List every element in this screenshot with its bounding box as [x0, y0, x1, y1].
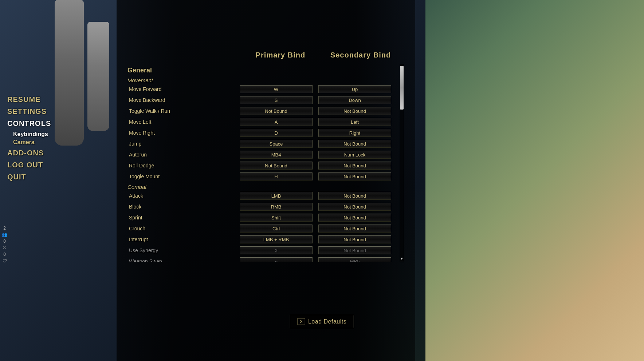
secondary-bind-header: Secondary Bind	[321, 51, 401, 59]
bind-name-move-forward: Move Forward	[127, 86, 240, 92]
bind-key-interrupt-secondary[interactable]: Not Bound	[318, 235, 391, 243]
bind-name-crouch: Crouch	[127, 226, 240, 231]
bind-key-autorun-secondary[interactable]: Num Lock	[318, 151, 391, 159]
bind-header: Primary Bind Secondary Bind	[127, 51, 404, 59]
keybindings-panel: Primary Bind Secondary Bind General Move…	[127, 51, 404, 262]
stone-pillar-left2	[87, 22, 109, 131]
bind-name-roll-dodge: Roll Dodge	[127, 163, 240, 168]
bind-name-use-synergy: Use Synergy	[127, 247, 240, 253]
bind-key-weapon-swap-secondary[interactable]: MB5	[318, 257, 391, 262]
subsection-movement: Movement	[127, 76, 397, 84]
bind-key-roll-dodge-primary[interactable]: Not Bound	[240, 162, 313, 170]
bind-name-attack: Attack	[127, 193, 240, 199]
bind-name-move-backward: Move Backward	[127, 97, 240, 103]
subsection-combat: Combat	[127, 182, 397, 191]
bind-key-jump-primary[interactable]: Space	[240, 140, 313, 148]
menu-item-settings[interactable]: SETTINGS	[7, 107, 51, 116]
table-row: Jump Space Not Bound	[127, 139, 397, 149]
table-row: Move Forward W Up	[127, 84, 397, 94]
stone-pillar-left	[55, 0, 84, 146]
menu-sub-camera[interactable]: Camera	[13, 139, 51, 146]
bind-key-sprint-primary[interactable]: Shift	[240, 214, 313, 222]
bind-key-move-right-primary[interactable]: D	[240, 129, 313, 137]
hud-value1: 0	[3, 239, 6, 244]
bind-name-jump: Jump	[127, 141, 240, 147]
menu-item-quit[interactable]: QUIT	[7, 172, 51, 182]
bind-key-toggle-mount-primary[interactable]: H	[240, 172, 313, 180]
menu-sub-keybindings[interactable]: Keybindings	[13, 131, 51, 138]
bind-key-crouch-primary[interactable]: Ctrl	[240, 225, 313, 233]
hud-value2: 0	[3, 252, 6, 257]
bind-key-move-left-secondary[interactable]: Left	[318, 118, 391, 126]
bind-key-roll-dodge-secondary[interactable]: Not Bound	[318, 162, 391, 170]
table-row: Toggle Walk / Run Not Bound Not Bound	[127, 106, 397, 116]
left-nav-menu: RESUME SETTINGS CONTROLS Keybindings Cam…	[7, 95, 51, 182]
primary-bind-header: Primary Bind	[240, 51, 321, 59]
load-defaults-key-icon: X	[298, 318, 305, 325]
bind-key-move-backward-secondary[interactable]: Down	[318, 96, 391, 104]
table-row: Block RMB Not Bound	[127, 202, 397, 212]
bind-key-move-forward-primary[interactable]: W	[240, 85, 313, 93]
table-row: Move Left A Left	[127, 117, 397, 127]
bind-name-move-right: Move Right	[127, 130, 240, 136]
table-row: Crouch Ctrl Not Bound	[127, 223, 397, 234]
table-row: Interrupt LMB + RMB Not Bound	[127, 234, 397, 245]
load-defaults-container: X Load Defaults	[290, 315, 354, 328]
bind-key-jump-secondary[interactable]: Not Bound	[318, 140, 391, 148]
bind-content: General Movement Move Forward W Up Move …	[127, 64, 404, 262]
table-row: Use Synergy X Not Bound	[127, 245, 397, 255]
bind-list[interactable]: General Movement Move Forward W Up Move …	[127, 64, 404, 262]
group-size: 2	[3, 226, 6, 231]
menu-sub: Keybindings Camera	[7, 131, 51, 146]
bind-key-move-backward-primary[interactable]: S	[240, 96, 313, 104]
bind-name-autorun: Autorun	[127, 152, 240, 158]
table-row: Move Backward S Down	[127, 95, 397, 105]
bind-key-weapon-swap-primary[interactable]: ~	[240, 257, 313, 262]
bind-key-use-synergy-secondary[interactable]: Not Bound	[318, 246, 391, 254]
scrollbar-track[interactable]: ▼	[400, 64, 404, 262]
table-row: Move Right D Right	[127, 128, 397, 138]
bind-name-sprint: Sprint	[127, 215, 240, 221]
bind-key-sprint-secondary[interactable]: Not Bound	[318, 214, 391, 222]
scrollbar-thumb[interactable]	[400, 66, 404, 110]
bind-name-move-left: Move Left	[127, 119, 240, 125]
bind-key-toggle-walk-run-primary[interactable]: Not Bound	[240, 107, 313, 115]
bg-right	[425, 0, 644, 361]
table-row: Weapon Swap ~ MB5	[127, 256, 397, 262]
bind-key-toggle-walk-run-secondary[interactable]: Not Bound	[318, 107, 391, 115]
left-hud: 2 👥 0 ⚔ 0 🛡	[2, 226, 7, 263]
bind-key-move-forward-secondary[interactable]: Up	[318, 85, 391, 93]
menu-item-log-out[interactable]: LOG OUT	[7, 160, 51, 170]
bind-name-block: Block	[127, 204, 240, 210]
bind-key-interrupt-primary[interactable]: LMB + RMB	[240, 235, 313, 243]
bind-key-move-left-primary[interactable]: A	[240, 118, 313, 126]
bind-name-toggle-walk-run: Toggle Walk / Run	[127, 108, 240, 114]
table-row: Roll Dodge Not Bound Not Bound	[127, 160, 397, 171]
bind-key-crouch-secondary[interactable]: Not Bound	[318, 225, 391, 233]
bind-key-autorun-primary[interactable]: MB4	[240, 151, 313, 159]
menu-item-controls[interactable]: CONTROLS	[7, 119, 51, 128]
load-defaults-label: Load Defaults	[308, 318, 346, 325]
bind-key-attack-secondary[interactable]: Not Bound	[318, 192, 391, 200]
bind-name-weapon-swap: Weapon Swap	[127, 258, 240, 262]
table-row: Autorun MB4 Num Lock	[127, 150, 397, 160]
hud-icon1: ⚔	[3, 245, 7, 250]
bind-key-toggle-mount-secondary[interactable]: Not Bound	[318, 172, 391, 180]
table-row: Attack LMB Not Bound	[127, 191, 397, 201]
players-icon: 👥	[2, 232, 7, 237]
load-defaults-button[interactable]: X Load Defaults	[290, 315, 354, 328]
bind-name-interrupt: Interrupt	[127, 237, 240, 242]
menu-item-resume[interactable]: RESUME	[7, 95, 51, 104]
bind-key-attack-primary[interactable]: LMB	[240, 192, 313, 200]
scroll-down-arrow[interactable]: ▼	[400, 256, 404, 262]
bind-key-use-synergy-primary[interactable]: X	[240, 246, 313, 254]
bind-key-block-secondary[interactable]: Not Bound	[318, 203, 391, 211]
table-row: Sprint Shift Not Bound	[127, 213, 397, 223]
bind-key-move-right-secondary[interactable]: Right	[318, 129, 391, 137]
bind-name-toggle-mount: Toggle Mount	[127, 174, 240, 179]
section-general: General	[127, 64, 397, 76]
hud-icon2: 🛡	[3, 258, 7, 263]
bind-key-block-primary[interactable]: RMB	[240, 203, 313, 211]
table-row: Toggle Mount H Not Bound	[127, 171, 397, 182]
menu-item-add-ons[interactable]: ADD-ONS	[7, 148, 51, 158]
